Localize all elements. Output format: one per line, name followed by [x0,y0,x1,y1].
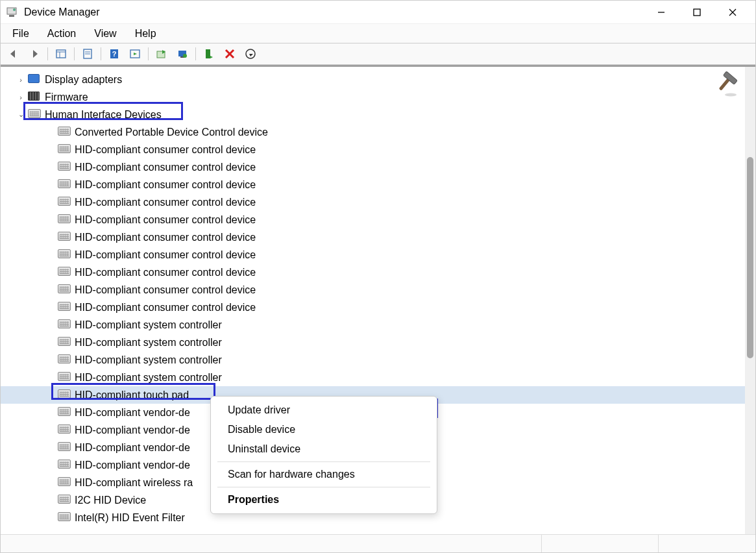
window-controls [643,2,750,23]
tree-item-label: HID-compliant system controller [75,354,222,366]
minimize-button[interactable] [643,2,679,23]
menu-file[interactable]: File [5,25,37,42]
scan-hardware-toolbar-button[interactable] [173,45,191,62]
statusbar [1,534,755,552]
dev-icon-icon [28,109,41,121]
menubar: File Action View Help [1,23,755,43]
tree-item-label: HID-compliant consumer control device [75,267,256,278]
toolbar-separator [47,47,48,60]
ctx-scan-hardware[interactable]: Scan for hardware changes [211,465,437,484]
tree-category-firmware[interactable]: ›Firmware [1,88,745,106]
tree-item-label: HID-compliant touch pad [75,389,189,401]
dev-icon-icon [58,424,71,436]
toolbar-separator [148,47,149,60]
uninstall-device-toolbar-button[interactable] [221,45,239,62]
menu-view[interactable]: View [86,25,124,42]
dev-icon-icon [58,337,71,349]
tree-device-item[interactable]: HID-compliant consumer control device [1,264,745,281]
ctx-separator [217,487,430,487]
back-button[interactable] [5,45,23,62]
dev-icon-icon [58,284,71,296]
chevron-right-icon[interactable]: › [16,93,25,101]
tree-device-item[interactable]: HID-compliant system controller [1,334,745,351]
tree-device-item[interactable]: HID-compliant consumer control device [1,193,745,211]
tree-device-item[interactable]: Converted Portable Device Control device [1,123,745,141]
dev-icon-icon [58,442,71,454]
tree-category-hid[interactable]: ⌄Human Interface Devices [1,106,745,123]
dev-icon-icon [58,302,71,313]
tree-device-item[interactable]: HID-compliant system controller [1,351,745,369]
svg-rect-4 [694,9,700,16]
tree-item-label: HID-compliant vendor-de [75,460,190,471]
svg-text:?: ? [112,50,117,58]
tree-device-item[interactable]: HID-compliant consumer control device [1,211,745,228]
dev-icon-icon [58,389,71,401]
tree-item-label: Converted Portable Device Control device [75,127,268,138]
action-toolbar-button[interactable] [126,45,144,62]
tree-device-item[interactable]: HID-compliant consumer control device [1,246,745,264]
tree-item-label: HID-compliant system controller [75,372,222,384]
tree-item-label: HID-compliant consumer control device [75,249,256,261]
tree-item-label: Display adapters [45,74,122,86]
tree-device-item[interactable]: HID-compliant consumer control device [1,158,745,176]
dev-icon-icon [58,319,71,331]
dev-icon-icon [58,162,71,173]
svg-rect-20 [206,49,210,58]
svg-point-2 [13,8,16,11]
tree-device-item[interactable]: HID-compliant consumer control device [1,281,745,299]
tree-item-label: I2C HID Device [75,495,146,506]
tree-item-label: HID-compliant consumer control device [75,214,256,226]
tree-device-item[interactable]: HID-compliant consumer control device [1,299,745,316]
close-button[interactable] [714,2,750,23]
toolbar: ? [1,43,755,65]
tree-item-label: HID-compliant consumer control device [75,162,256,173]
tree-category-display-adapters[interactable]: ›Display adapters [1,71,745,88]
tree-device-item[interactable]: HID-compliant system controller [1,316,745,334]
content-area: ›Display adapters›Firmware⌄Human Interfa… [1,65,755,534]
svg-point-19 [183,54,187,58]
disable-device-toolbar-button[interactable] [241,45,260,62]
maximize-button[interactable] [679,2,714,23]
dev-icon-icon [58,179,71,191]
vertical-scrollbar[interactable] [745,67,755,534]
dev-icon-icon [58,512,71,524]
ctx-disable-device[interactable]: Disable device [211,420,437,439]
tree-device-item[interactable]: HID-compliant consumer control device [1,176,745,193]
ctx-update-driver[interactable]: Update driver [211,400,437,420]
forward-button[interactable] [25,45,43,62]
scrollbar-thumb[interactable] [747,157,753,358]
titlebar: Device Manager [1,1,755,23]
chevron-right-icon[interactable]: › [16,76,25,84]
tree-item-label: HID-compliant system controller [75,319,222,331]
dev-icon-icon [58,232,71,243]
menu-action[interactable]: Action [40,25,84,42]
tree-item-label: HID-compliant consumer control device [75,302,256,313]
dev-icon-icon [58,460,71,471]
properties-toolbar-button[interactable] [79,45,97,62]
help-toolbar-button[interactable]: ? [105,45,123,62]
menu-help[interactable]: Help [127,25,164,42]
tree-item-label: Human Interface Devices [45,109,162,121]
toolbar-separator [101,47,101,60]
svg-point-26 [725,93,737,97]
tree-device-item[interactable]: HID-compliant consumer control device [1,141,745,158]
update-driver-toolbar-button[interactable] [152,45,171,62]
tree-item-label: Intel(R) HID Event Filter [75,512,185,524]
hammer-icon [711,71,738,100]
chevron-down-icon[interactable]: ⌄ [16,110,25,119]
tree-item-label: HID-compliant wireless ra [75,477,193,489]
tree-device-item[interactable]: HID-compliant system controller [1,369,745,386]
toolbar-separator [74,47,75,60]
ctx-properties[interactable]: Properties [211,490,437,510]
show-hide-tree-button[interactable] [52,45,70,62]
dev-icon-icon [58,495,71,506]
tree-item-label: HID-compliant vendor-de [75,442,190,454]
enable-device-toolbar-button[interactable] [200,45,218,62]
dev-icon-icon [58,372,71,384]
tree-item-label: HID-compliant system controller [75,337,222,349]
dev-icon-icon [58,127,71,138]
dev-icon-icon [58,249,71,261]
dev-icon-icon [58,477,71,489]
ctx-uninstall-device[interactable]: Uninstall device [211,439,437,459]
tree-device-item[interactable]: HID-compliant consumer control device [1,228,745,246]
